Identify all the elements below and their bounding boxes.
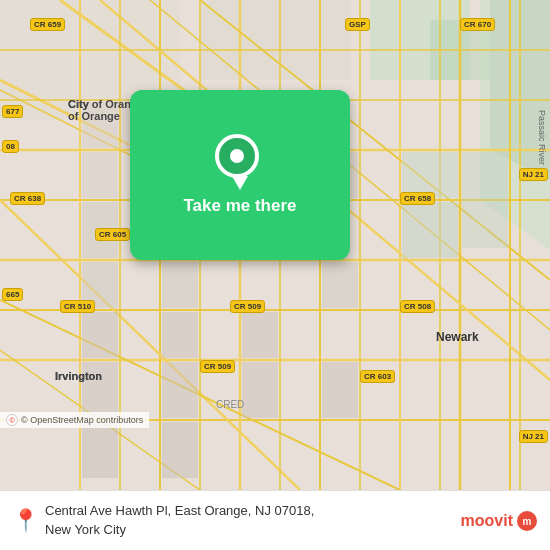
red-location-pin-icon: 📍 (12, 508, 39, 534)
svg-rect-55 (322, 362, 358, 418)
bottom-bar: 📍 Central Ave Hawth Pl, East Orange, NJ … (0, 490, 550, 550)
cr-badge-605: CR 605 (95, 228, 130, 241)
pin-circle (215, 134, 259, 178)
cr-badge-658: CR 658 (400, 192, 435, 205)
badge-677: 677 (2, 105, 23, 118)
cr-badge-509b: CR 509 (200, 360, 235, 373)
address-line2: New York City (45, 522, 126, 537)
svg-rect-48 (322, 262, 358, 308)
newark-label: Newark (436, 330, 479, 344)
pin-tail (232, 176, 248, 190)
osm-logo: © (6, 414, 18, 426)
svg-rect-40 (82, 152, 118, 198)
action-button-label: Take me there (183, 196, 296, 216)
svg-rect-59 (402, 202, 458, 258)
cr-badge-670: CR 670 (460, 18, 495, 31)
svg-rect-47 (162, 262, 198, 308)
nj21-badge-b: NJ 21 (519, 430, 548, 443)
moovit-logo: moovit m (461, 510, 538, 532)
city-of-orange-text: Cityof Orange (68, 98, 120, 122)
moovit-text: moovit (461, 512, 513, 530)
map-container: CRED CR 659 CR 670 GSP 677 08 CR 638 CR … (0, 0, 550, 490)
location-pin (215, 134, 265, 184)
svg-rect-53 (162, 362, 198, 418)
svg-rect-49 (82, 312, 118, 358)
svg-rect-57 (162, 422, 198, 478)
cr-badge-509a: CR 509 (230, 300, 265, 313)
passaic-river-label: Passaic River (537, 110, 547, 165)
badge-665: 665 (2, 288, 23, 301)
copyright-text: © OpenStreetMap contributors (21, 415, 143, 425)
address-line1: Central Ave Hawth Pl, East Orange, NJ 07… (45, 503, 314, 518)
svg-rect-56 (82, 422, 118, 478)
svg-rect-50 (162, 312, 198, 358)
svg-rect-4 (200, 0, 350, 80)
svg-text:CRED: CRED (216, 399, 244, 410)
address-section: 📍 Central Ave Hawth Pl, East Orange, NJ … (12, 502, 461, 538)
svg-rect-54 (242, 362, 278, 418)
badge-08: 08 (2, 140, 19, 153)
copyright-bar: © © OpenStreetMap contributors (0, 412, 149, 428)
svg-rect-60 (462, 152, 508, 248)
svg-text:m: m (523, 516, 532, 527)
cr-badge-659: CR 659 (30, 18, 65, 31)
svg-rect-51 (242, 312, 278, 358)
cr-badge-603: CR 603 (360, 370, 395, 383)
nj21-badge-a: NJ 21 (519, 168, 548, 181)
action-card[interactable]: Take me there (130, 90, 350, 260)
irvington-text: Irvington (55, 370, 102, 382)
cr-badge-508: CR 508 (400, 300, 435, 313)
cr-badge-638: CR 638 (10, 192, 45, 205)
cr-badge-510: CR 510 (60, 300, 95, 313)
address-text: Central Ave Hawth Pl, East Orange, NJ 07… (45, 502, 314, 538)
gsp-badge: GSP (345, 18, 370, 31)
moovit-icon: m (516, 510, 538, 532)
